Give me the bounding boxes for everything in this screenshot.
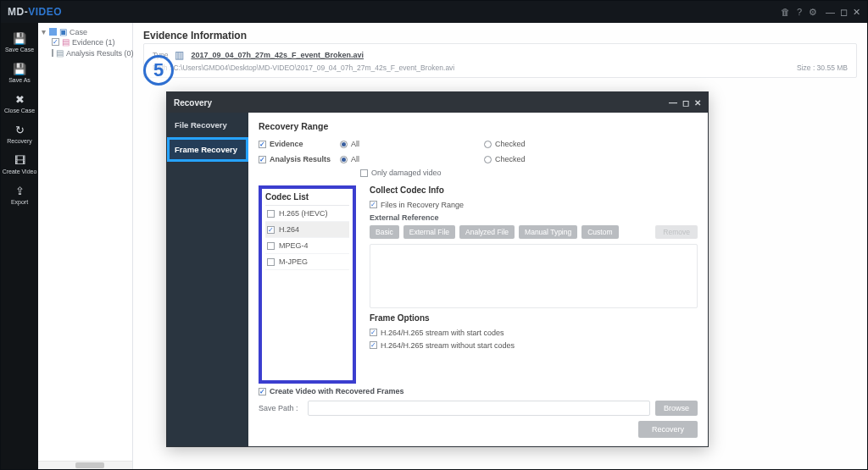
- radio-all[interactable]: [340, 141, 348, 148]
- collect-codec-heading: Collect Codec Info: [370, 185, 698, 195]
- close-icon[interactable]: ✕: [853, 7, 860, 18]
- logo-accent: VIDEO: [28, 6, 62, 18]
- dialog-panel: Recovery Range Evidence All Checked Anal…: [248, 113, 708, 446]
- radio-checked[interactable]: [484, 156, 492, 163]
- manual-typing-button[interactable]: Manual Typing: [519, 225, 577, 239]
- dialog-maximize-icon[interactable]: ◻: [682, 98, 689, 108]
- save-icon: 💾: [1, 32, 38, 45]
- checkbox[interactable]: [370, 329, 377, 336]
- help-icon[interactable]: ?: [797, 7, 802, 18]
- checkbox[interactable]: [52, 38, 59, 46]
- sidebar-item-frame-recovery[interactable]: Frame Recovery: [167, 137, 248, 162]
- checkbox[interactable]: [360, 169, 368, 177]
- checkbox[interactable]: [49, 28, 57, 36]
- maximize-icon[interactable]: ◻: [840, 7, 848, 18]
- step-badge: 5: [143, 55, 174, 86]
- external-reference-buttons: Basic External File Analyzed File Manual…: [370, 225, 698, 239]
- rail-create-video[interactable]: 🎞Create Video: [1, 150, 38, 180]
- evidence-size: Size : 30.55 MB: [797, 64, 848, 72]
- file-icon: ▥: [175, 49, 184, 61]
- close-case-icon: ✖: [1, 93, 38, 106]
- checkbox[interactable]: [267, 258, 275, 266]
- case-tree: ▾ ▣ Case ▤ Evidence (1): [38, 23, 133, 469]
- trash-icon[interactable]: 🗑: [781, 7, 790, 18]
- rail-label: Create Video: [3, 169, 37, 174]
- checkbox[interactable]: [259, 388, 266, 395]
- checkbox[interactable]: [267, 242, 275, 250]
- codec-h264[interactable]: H.264: [265, 222, 349, 238]
- dialog-close-icon[interactable]: ✕: [694, 98, 701, 108]
- rail-label: Recovery: [7, 138, 32, 144]
- save-path-input[interactable]: [308, 401, 650, 416]
- label: H.264/H.265 stream with start codes: [381, 329, 504, 337]
- remove-button[interactable]: Remove: [655, 225, 698, 239]
- label: MPEG-4: [279, 241, 309, 250]
- folder-icon: ▣: [59, 27, 67, 36]
- evidence-box: Type ▥ 2017_09_04_07h_27m_42s_F_event_Br…: [143, 43, 857, 78]
- label: All: [351, 155, 359, 163]
- dialog-title: Recovery: [174, 98, 212, 108]
- radio-checked[interactable]: [484, 141, 492, 148]
- basic-button[interactable]: Basic: [370, 225, 399, 239]
- save-as-icon: 💾: [1, 63, 38, 75]
- checkbox[interactable]: [267, 226, 275, 234]
- gear-icon[interactable]: ⚙: [809, 7, 817, 18]
- rail-close-case[interactable]: ✖Close Case: [1, 89, 38, 119]
- rail-save-case[interactable]: 💾Save Case: [1, 28, 38, 58]
- rail-label: Save As: [8, 77, 31, 83]
- label: Only damaged video: [371, 169, 442, 177]
- tree-root[interactable]: ▾ ▣ Case: [40, 27, 131, 36]
- logo-prefix: MD-: [8, 6, 28, 18]
- label: Checked: [495, 155, 526, 163]
- rail-export[interactable]: ⇪Export: [1, 180, 38, 211]
- codec-list-highlight: Codec List H.265 (HEVC) H.264 MPEG-4 M-J…: [259, 185, 356, 384]
- checkbox[interactable]: [52, 49, 53, 57]
- rail-label: Export: [11, 199, 28, 205]
- analyzed-file-button[interactable]: Analyzed File: [459, 225, 515, 239]
- tree-evidence[interactable]: ▤ Evidence (1): [52, 37, 131, 47]
- collapse-icon[interactable]: ▾: [40, 27, 47, 36]
- checkbox[interactable]: [259, 141, 266, 148]
- codec-mpeg4[interactable]: MPEG-4: [265, 238, 349, 254]
- evidence-file-name[interactable]: 2017_09_04_07h_27m_42s_F_event_Broken.av…: [191, 51, 364, 59]
- sidebar-item-file-recovery[interactable]: File Recovery: [167, 113, 248, 137]
- custom-button[interactable]: Custom: [581, 225, 618, 239]
- checkbox[interactable]: [370, 341, 377, 349]
- radio-all[interactable]: [340, 156, 348, 163]
- tree-scrollbar[interactable]: [38, 461, 132, 469]
- rail-save-as[interactable]: 💾Save As: [1, 58, 38, 89]
- dialog-minimize-icon[interactable]: —: [669, 98, 677, 108]
- evidence-path: Path : C:\Users\GMD04\Desktop\MD-VIDEO\2…: [153, 64, 454, 72]
- recovery-dialog: Recovery — ◻ ✕ File Recovery Frame Recov…: [166, 91, 709, 447]
- checkbox[interactable]: [259, 156, 266, 163]
- only-damaged-row: Only damaged video: [360, 167, 698, 179]
- range-evidence-row: Evidence All Checked: [259, 136, 698, 152]
- titlebar: MD-VIDEO 🗑 ? ⚙ — ◻ ✕: [1, 1, 867, 23]
- create-video-row: Create Video with Recovered Frames: [259, 387, 698, 395]
- codec-mjpeg[interactable]: M-JPEG: [265, 254, 349, 270]
- recovery-range-heading: Recovery Range: [259, 121, 698, 131]
- label: Evidence: [270, 140, 303, 148]
- dialog-sidebar: File Recovery Frame Recovery: [167, 113, 248, 446]
- browse-button[interactable]: Browse: [655, 401, 698, 416]
- rail-label: Save Case: [5, 47, 34, 53]
- codec-h265[interactable]: H.265 (HEVC): [265, 206, 349, 222]
- create-video-icon: 🎞: [1, 154, 38, 167]
- external-reference-list[interactable]: [370, 244, 698, 308]
- minimize-icon[interactable]: —: [826, 7, 835, 18]
- tree-analysis[interactable]: ▤ Analysis Results (0): [52, 48, 131, 58]
- tree-root-label: Case: [70, 28, 87, 36]
- label: H.264/H.265 stream without start codes: [381, 341, 515, 350]
- dialog-titlebar[interactable]: Recovery — ◻ ✕: [167, 92, 708, 113]
- scrollbar-thumb[interactable]: [75, 462, 104, 468]
- frame-options-heading: Frame Options: [370, 313, 698, 323]
- recovery-button[interactable]: Recovery: [638, 421, 698, 438]
- external-file-button[interactable]: External File: [403, 225, 455, 239]
- codec-list-heading: Codec List: [265, 192, 349, 205]
- label: Checked: [495, 140, 526, 148]
- evidence-heading: Evidence Information: [143, 30, 857, 41]
- checkbox[interactable]: [370, 201, 377, 208]
- rail-recovery[interactable]: ↻Recovery: [1, 119, 38, 150]
- step-number: 5: [153, 59, 164, 81]
- checkbox[interactable]: [267, 210, 275, 218]
